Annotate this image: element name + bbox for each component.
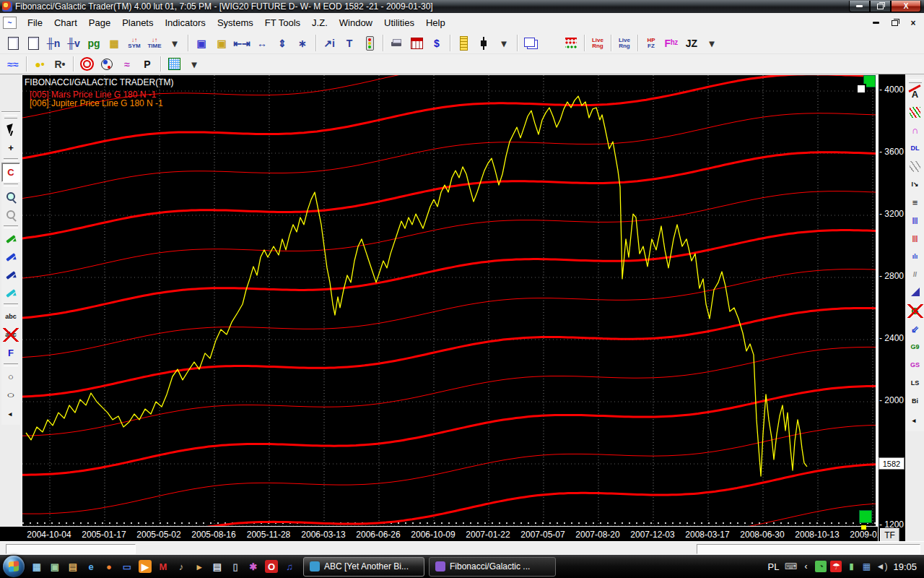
page-window-icon[interactable]: ▦ — [105, 34, 123, 53]
expand-scale-icon[interactable]: ↔ — [253, 34, 271, 53]
trend-lines-tool[interactable] — [907, 103, 924, 121]
planet-circle-icon[interactable] — [97, 55, 116, 74]
print-icon[interactable] — [387, 34, 406, 53]
ls-tool[interactable]: LS — [907, 374, 924, 392]
parallel-tool[interactable]: // — [907, 266, 924, 284]
time-step-icon[interactable]: ↓↑TIME — [145, 34, 164, 53]
pencil-navy-tool[interactable] — [2, 266, 19, 284]
gs-tool[interactable]: GS — [907, 356, 924, 374]
menu-help[interactable]: Help — [420, 14, 451, 31]
hp-fz-icon[interactable]: HPFZ — [642, 34, 661, 53]
color-dots-icon[interactable] — [562, 34, 580, 53]
pencil-green-tool[interactable] — [2, 230, 19, 248]
network-icon[interactable]: ▦ — [860, 561, 872, 572]
graphics-app-icon[interactable]: ✱ — [247, 560, 260, 573]
tray-expand-icon[interactable]: ‹ — [800, 561, 811, 572]
bars-v-icon[interactable]: ╫v — [64, 34, 83, 53]
i-arrow-tool[interactable]: I↘ — [907, 176, 924, 194]
toolbar2-caret[interactable]: ▾ — [185, 55, 204, 74]
pg-icon[interactable]: pg — [84, 34, 103, 53]
media-player-icon[interactable]: ▶ — [139, 560, 152, 573]
candle-marker-icon[interactable] — [474, 34, 493, 53]
zoom-page-tool[interactable] — [2, 188, 19, 206]
arcs-tool[interactable]: ∩ — [907, 121, 924, 139]
gray-lines-tool[interactable] — [907, 158, 924, 176]
menu-j-z[interactable]: J.Z. — [306, 14, 334, 31]
jz-icon[interactable]: JZ — [682, 34, 701, 53]
switch-windows-icon[interactable]: ▣ — [48, 560, 61, 573]
text-tool-icon[interactable]: T — [340, 34, 359, 53]
g9-tool[interactable]: G9 — [907, 338, 924, 356]
fhz-icon[interactable]: Fʰᶻ — [662, 34, 681, 53]
grid-dotted-icon[interactable] — [165, 55, 183, 74]
palette-overflow[interactable]: ◂ — [1, 405, 19, 423]
pointer-tool[interactable] — [2, 121, 19, 139]
start-button[interactable] — [3, 556, 25, 577]
andrews-a-tool[interactable]: A — [907, 85, 924, 103]
vlines-blue-tool[interactable]: ||| — [907, 212, 924, 230]
windows-blue-icon[interactable] — [521, 34, 540, 53]
gann-g-tool[interactable]: G — [907, 302, 924, 320]
antivirus-icon[interactable]: ☂ — [830, 561, 842, 572]
compress-scale-icon[interactable]: ⇤⇥ — [232, 34, 251, 53]
keyboard-icon[interactable]: ⌨ — [785, 561, 796, 572]
timeframe-button[interactable]: TF — [880, 528, 899, 543]
show-desktop-icon[interactable]: ▦ — [30, 560, 43, 573]
explorer-icon[interactable]: ▤ — [66, 560, 79, 573]
toolbar-caret-3[interactable]: ▾ — [702, 34, 721, 53]
menu-chart[interactable]: Chart — [48, 14, 83, 31]
menu-systems[interactable]: Systems — [212, 14, 259, 31]
task-fibonacci[interactable]: Fibonacci/Galactic ... — [429, 557, 556, 577]
fan-tool[interactable]: ⇙ — [907, 320, 924, 338]
recycle-icon[interactable]: ▯ — [229, 560, 242, 573]
volume-icon[interactable]: ◄) — [876, 561, 887, 572]
planet-dots-icon[interactable]: ●• — [30, 55, 49, 74]
menu-window[interactable]: Window — [334, 14, 378, 31]
dl-tool[interactable]: DL — [907, 139, 924, 158]
new-page-icon[interactable] — [4, 34, 22, 53]
snowflake-icon[interactable]: ∗ — [293, 34, 312, 53]
language-indicator[interactable]: PL — [768, 561, 780, 572]
internet-explorer-icon[interactable]: e — [84, 560, 97, 573]
zoom-page-disabled[interactable] — [2, 206, 19, 224]
folder-icon[interactable]: ▸ — [193, 560, 206, 573]
calendar-icon[interactable] — [407, 34, 426, 53]
copy-page-icon[interactable]: ▣ — [192, 34, 211, 53]
menu-indicators[interactable]: Indicators — [160, 14, 212, 31]
pencil-blue-tool[interactable] — [2, 248, 19, 266]
waves-icon[interactable]: ≈≈ — [4, 55, 22, 74]
open-symbol-icon[interactable] — [24, 34, 43, 53]
scheduler-icon[interactable]: ◔ — [815, 561, 827, 572]
audio-app-icon[interactable]: ♪ — [175, 560, 188, 573]
target-rings-icon[interactable] — [77, 55, 96, 74]
menu-ft-tools[interactable]: FT Tools — [259, 14, 306, 31]
p-curve-icon[interactable]: P — [138, 55, 157, 74]
rpalette-overflow[interactable]: ◂ — [905, 412, 923, 430]
pencil-cyan-tool[interactable] — [2, 284, 19, 302]
mdi-minimize-button[interactable] — [871, 19, 881, 27]
clock[interactable]: 19:05 — [893, 561, 917, 572]
add-page-icon[interactable]: ▣ — [212, 34, 231, 53]
firefox-icon[interactable]: ● — [103, 560, 116, 573]
c-tool[interactable]: C — [1, 163, 20, 182]
menu-file[interactable]: File — [22, 14, 48, 31]
triangle-tool[interactable] — [907, 284, 924, 302]
task-abc[interactable]: ABC [Yet Another Bi... — [303, 557, 424, 577]
close-button[interactable]: X — [891, 1, 921, 12]
vertical-scale-icon[interactable]: ⇕ — [273, 34, 292, 53]
mini-chart-tool[interactable]: ılı — [907, 248, 924, 266]
bars-n-icon[interactable]: ╫n — [44, 34, 63, 53]
angle-lines-icon[interactable]: ≈ — [118, 55, 136, 74]
bi-tool[interactable]: Bi — [907, 392, 924, 410]
toolbar-caret[interactable]: ▾ — [165, 34, 184, 53]
hlines-tool[interactable]: ≡ — [907, 194, 924, 212]
minimize-button[interactable] — [849, 1, 870, 12]
menu-page[interactable]: Page — [83, 14, 116, 31]
ellipse-tool[interactable]: ○ — [2, 386, 19, 404]
ruler-icon[interactable] — [454, 34, 473, 53]
opera-icon[interactable]: O — [265, 560, 278, 573]
draw-pointer-icon[interactable]: ↗i — [320, 34, 339, 53]
live-range-red-icon[interactable]: LiveRng — [588, 34, 607, 53]
vlines-red-tool[interactable]: ||| — [907, 230, 924, 248]
m-player-icon[interactable]: M — [157, 560, 170, 573]
